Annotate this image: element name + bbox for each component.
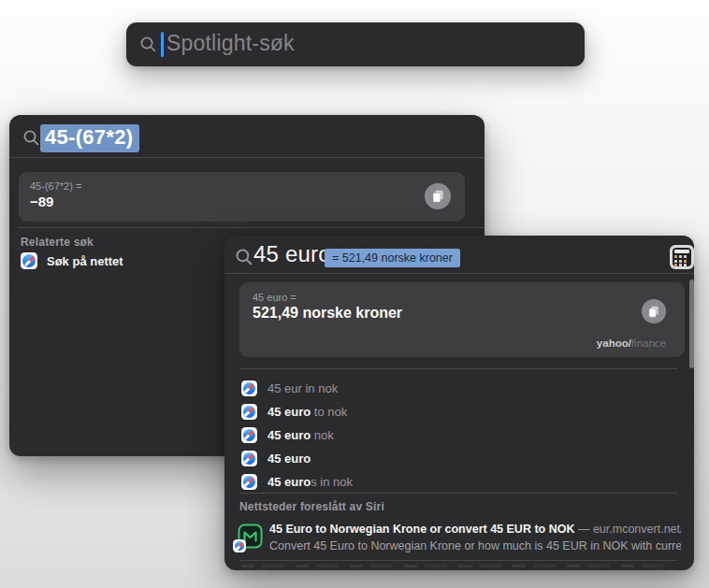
yahoo-finance-attribution: yahoo/finance (597, 337, 666, 349)
copy-button[interactable] (642, 299, 666, 323)
related-searches-header: Relaterte søk (21, 236, 94, 249)
safari-icon (21, 252, 37, 269)
clipboard-icon (648, 306, 659, 318)
clipboard-icon (432, 190, 444, 203)
suggestion-label: 45 eur in nok (268, 381, 338, 395)
calculator-result-card[interactable]: 45-(67*2) = −89 (19, 172, 465, 222)
suggestion-row[interactable]: 45 euro to nok (224, 400, 677, 423)
safari-icon (241, 404, 257, 420)
safari-icon (241, 474, 257, 490)
section-divider (239, 560, 677, 561)
expression-label: 45-(67*2) = (30, 180, 81, 192)
mconvert-site-icon (238, 523, 263, 549)
safari-icon (241, 451, 257, 466)
search-placeholder[interactable]: Spotlight-søk (166, 31, 295, 56)
related-search-label: Søk på nettet (47, 254, 123, 268)
calculation-result: −89 (30, 194, 53, 209)
text-cursor (161, 32, 164, 57)
siri-item-description: Convert 45 Euro to Norwegian Krone or ho… (269, 539, 681, 553)
search-query-selected[interactable]: 45-(67*2) (40, 124, 139, 152)
inline-completion-selected[interactable]: = 521,49 norske kroner (325, 249, 460, 267)
header-divider (9, 157, 485, 158)
section-divider (19, 227, 485, 228)
suggestion-row[interactable]: 45 eur in nok (224, 377, 677, 400)
siri-suggestions-header: Nettsteder foreslått av Siri (239, 500, 384, 513)
safari-icon (241, 380, 257, 396)
search-query[interactable]: 45 euro (253, 241, 331, 267)
conversion-result: 521,49 norske kroner (253, 305, 402, 322)
clipped-next-result-row (241, 565, 673, 570)
suggestion-label: 45 euro nok (268, 428, 334, 442)
suggestion-label: 45 euro to nok (268, 405, 347, 419)
search-icon (22, 129, 40, 147)
search-icon (139, 36, 157, 53)
safari-badge-icon (233, 539, 246, 552)
currency-result-card[interactable]: 45 euro = 521,49 norske kroner yahoo/fin… (239, 282, 685, 357)
header-divider (224, 273, 694, 274)
copy-button[interactable] (425, 183, 451, 209)
spotlight-search-bar[interactable]: Spotlight-søk (126, 22, 585, 66)
suggestion-row[interactable]: 45 euros in nok (224, 470, 677, 494)
search-icon (235, 248, 253, 266)
section-divider (239, 368, 677, 369)
safari-icon (241, 427, 257, 443)
suggestion-label: 45 euros in nok (268, 475, 353, 489)
suggestion-row[interactable]: 45 euro (224, 447, 677, 470)
section-divider (239, 493, 677, 494)
spotlight-currency-window: 45 euro = 521,49 norske kroner 45 euro =… (224, 236, 694, 570)
calculator-app-icon (670, 245, 694, 269)
suggestion-label: 45 euro (268, 452, 311, 466)
suggestion-row[interactable]: 45 euro nok (224, 423, 677, 447)
siri-item-title: 45 Euro to Norwegian Krone or convert 45… (269, 523, 681, 537)
expression-label: 45 euro = (253, 292, 297, 303)
scrollbar[interactable] (689, 280, 694, 368)
